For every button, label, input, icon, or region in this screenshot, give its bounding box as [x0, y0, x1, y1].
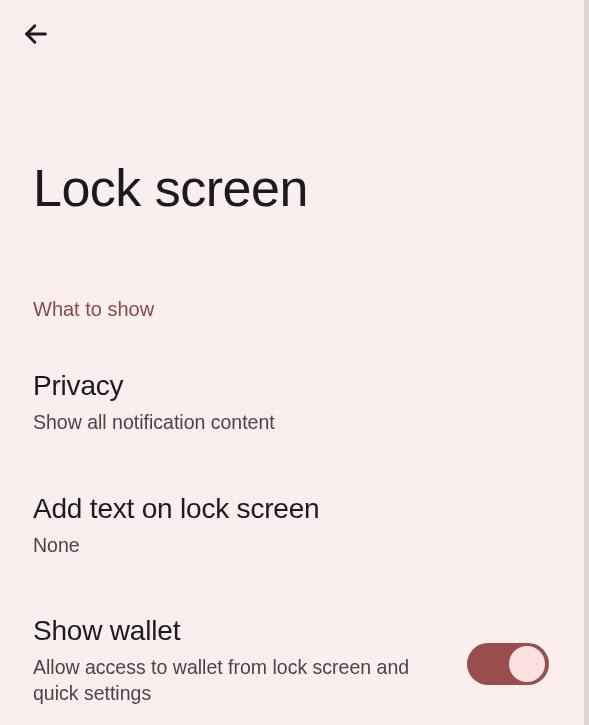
setting-add-text[interactable]: Add text on lock screen None: [33, 491, 549, 558]
scrollbar[interactable]: [584, 0, 589, 725]
setting-title: Add text on lock screen: [33, 491, 549, 526]
setting-privacy[interactable]: Privacy Show all notification content: [33, 368, 549, 435]
back-button[interactable]: [20, 18, 52, 50]
section-header-what-to-show: What to show: [33, 298, 154, 321]
setting-title: Privacy: [33, 368, 549, 403]
setting-title: Show wallet: [33, 613, 447, 648]
setting-description: Allow access to wallet from lock screen …: [33, 654, 447, 707]
setting-show-wallet: Show wallet Allow access to wallet from …: [33, 613, 549, 707]
page-title: Lock screen: [33, 158, 308, 218]
show-wallet-toggle[interactable]: [467, 643, 549, 685]
setting-description: None: [33, 532, 549, 558]
toggle-thumb: [509, 646, 545, 682]
arrow-left-icon: [22, 20, 50, 48]
setting-description: Show all notification content: [33, 409, 549, 435]
